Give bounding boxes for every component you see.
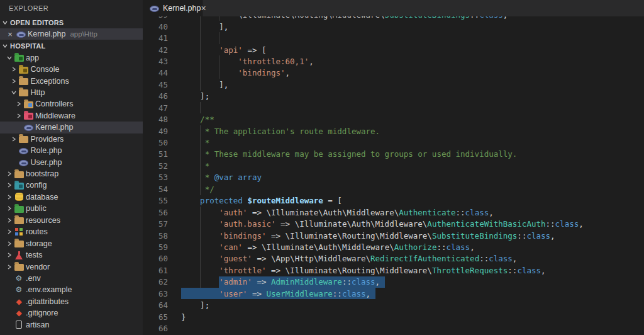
code-line[interactable]: 56 'auth' => \Illuminate\Auth\Middleware… xyxy=(143,207,644,218)
code-line[interactable]: 48 /** xyxy=(143,113,644,125)
code-line[interactable]: 61 'throttle' => \Illuminate\Routing\Mid… xyxy=(143,264,644,276)
tree-item-config[interactable]: config xyxy=(0,179,143,191)
code-line[interactable]: 66 xyxy=(143,322,644,334)
tree-item-label: vendor xyxy=(26,263,50,271)
code-line[interactable]: 45 ], xyxy=(143,79,644,90)
line-number: 55 xyxy=(143,196,168,205)
line-content: * xyxy=(181,137,209,148)
line-content: * @var array xyxy=(181,172,262,183)
folder-icon xyxy=(13,54,25,62)
code-line[interactable]: 46 ]; xyxy=(143,91,644,102)
gear-icon: ⚙ xyxy=(13,285,25,294)
line-content: 'throttle' => \Illuminate\Routing\Middle… xyxy=(181,264,546,276)
section-label: HOSPITAL xyxy=(10,42,45,50)
code-line[interactable]: 55 protected $routeMiddleware = [ xyxy=(143,195,644,207)
tree-item-console[interactable]: Console xyxy=(0,64,143,75)
code-line[interactable]: 43 'throttle:60,1', xyxy=(143,55,644,67)
code-line[interactable]: 44 'bindings', xyxy=(143,67,644,79)
close-icon[interactable]: × xyxy=(5,30,15,38)
line-content: /** xyxy=(181,113,214,125)
tree-item-routes[interactable]: routes xyxy=(0,226,143,237)
tab-close-icon[interactable]: × xyxy=(201,4,206,13)
tree-item-label: bootstrap xyxy=(26,169,58,178)
tab-kernel-php[interactable]: Kernel.php × xyxy=(143,0,203,16)
tree-item-exceptions[interactable]: Exceptions xyxy=(0,75,143,86)
line-content: ], xyxy=(181,79,228,90)
open-editor-file-name: Kernel.php xyxy=(28,30,65,38)
explorer-sidebar: EXPLORER OPEN EDITORS × Kernel.php app\H… xyxy=(0,0,143,335)
folder-icon xyxy=(23,111,34,120)
code-line[interactable]: 50 * xyxy=(143,137,644,148)
tree-item-label: .env xyxy=(26,274,41,283)
tree-item-storage[interactable]: storage xyxy=(0,237,143,249)
code-line[interactable]: 49 * The application's route middleware. xyxy=(143,125,644,137)
code-line[interactable]: 58 'bindings' => \Illuminate\Routing\Mid… xyxy=(143,230,644,241)
tree-item-.env.example[interactable]: ⚙ .env.example xyxy=(0,284,143,295)
line-number: 47 xyxy=(143,103,168,113)
tree-item-.gitignore[interactable]: ◆ .gitignore xyxy=(0,307,143,319)
code-line[interactable]: 54 */ xyxy=(143,183,644,195)
open-editor-item-kernel-php[interactable]: × Kernel.php app\Http xyxy=(0,28,143,40)
code-line[interactable]: 64 ]; xyxy=(143,299,644,310)
line-content: protected $routeMiddleware = [ xyxy=(181,195,342,207)
tree-item-.env[interactable]: ⚙ .env xyxy=(0,273,143,284)
tree-item-providers[interactable]: Providers xyxy=(0,133,143,145)
php-icon xyxy=(15,30,26,38)
line-content: ]; xyxy=(181,299,209,310)
tree-item-controllers[interactable]: Controllers xyxy=(0,98,143,110)
code-line[interactable]: 62 'admin' => AdminMiddleware::class, xyxy=(143,276,644,288)
line-number: 42 xyxy=(143,45,168,55)
tree-item-label: Http xyxy=(31,88,45,97)
tree-item-app[interactable]: app xyxy=(0,52,143,63)
folder-icon xyxy=(13,263,25,271)
tree-item-vendor[interactable]: vendor xyxy=(0,261,143,272)
explorer-title: EXPLORER xyxy=(0,0,143,16)
code-line[interactable]: 52 * xyxy=(143,160,644,171)
chevron-right-icon xyxy=(5,241,13,246)
php-icon xyxy=(148,4,160,12)
line-number: 41 xyxy=(143,33,168,43)
tree-item-role.php[interactable]: Role.php xyxy=(0,145,143,156)
tree-item-public[interactable]: public xyxy=(0,203,143,214)
tree-item-label: Providers xyxy=(31,135,64,144)
folder-icon xyxy=(13,181,25,190)
code-editor[interactable]: 39 \Illuminate\Routing\Middleware\Substi… xyxy=(143,16,644,335)
code-line[interactable]: 41 xyxy=(143,32,644,43)
tree-item-resources[interactable]: resources xyxy=(0,215,143,226)
tree-item-http[interactable]: Http xyxy=(0,87,143,98)
code-line[interactable]: 63 'user' => UserMiddleware::class, xyxy=(143,288,644,299)
tree-item-middleware[interactable]: Middleware xyxy=(0,110,143,122)
folder-icon xyxy=(23,100,34,108)
code-line[interactable]: 57 'auth.basic' => \Illuminate\Auth\Midd… xyxy=(143,218,644,229)
folder-icon xyxy=(13,216,25,224)
php-icon xyxy=(23,123,34,131)
chevron-right-icon xyxy=(5,195,13,200)
tree-item-tests[interactable]: tests xyxy=(0,249,143,261)
folder-icon xyxy=(13,205,25,213)
line-number: 58 xyxy=(143,231,168,241)
code-line[interactable]: 40 ], xyxy=(143,21,644,32)
tree-item-user.php[interactable]: User.php xyxy=(0,156,143,168)
tree-item-kernel.php[interactable]: Kernel.php xyxy=(0,122,143,133)
tree-item-bootstrap[interactable]: bootstrap xyxy=(0,168,143,179)
line-content: 'admin' => AdminMiddleware::class, xyxy=(181,276,380,288)
code-line[interactable]: 65 } xyxy=(143,311,644,322)
tab-label: Kernel.php xyxy=(163,4,201,13)
chevron-right-icon xyxy=(5,264,13,270)
tree-item-database[interactable]: database xyxy=(0,191,143,203)
line-number: 46 xyxy=(143,91,168,101)
chevron-right-icon xyxy=(14,113,23,118)
code-line[interactable]: 60 'guest' => \App\Http\Middleware\Redir… xyxy=(143,253,644,264)
section-workspace-hospital[interactable]: HOSPITAL xyxy=(0,40,143,52)
tree-item-artisan[interactable]: artisan xyxy=(0,319,143,331)
code-line[interactable]: 39 \Illuminate\Routing\Middleware\Substi… xyxy=(143,16,644,21)
section-open-editors[interactable]: OPEN EDITORS xyxy=(0,16,143,28)
code-line[interactable]: 47 xyxy=(143,102,644,113)
code-line[interactable]: 53 * @var array xyxy=(143,172,644,183)
code-line[interactable]: 59 'can' => \Illuminate\Auth\Middleware\… xyxy=(143,241,644,253)
line-content: 'throttle:60,1', xyxy=(181,55,314,67)
code-line[interactable]: 51 * These middleware may be assigned to… xyxy=(143,149,644,160)
code-line[interactable]: 42 'api' => [ xyxy=(143,44,644,55)
line-number: 49 xyxy=(143,127,168,136)
tree-item-.gitattributes[interactable]: ◆ .gitattributes xyxy=(0,296,143,307)
